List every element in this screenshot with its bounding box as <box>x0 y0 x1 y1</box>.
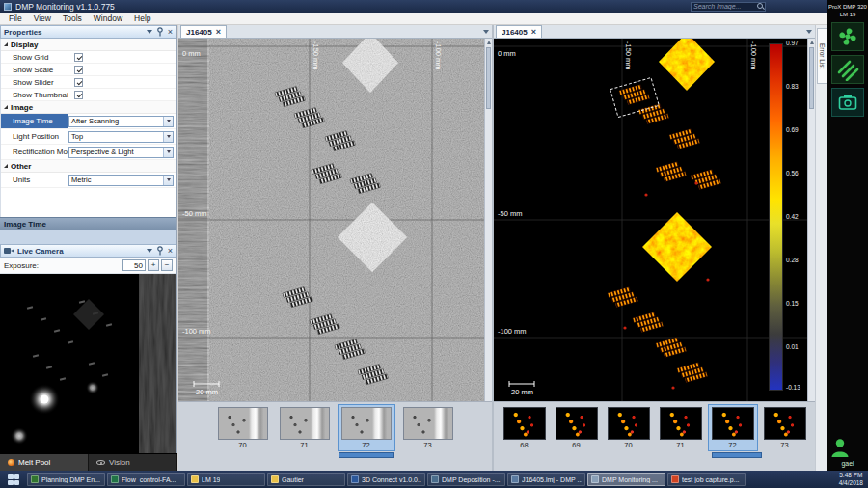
scrollbar-thumb[interactable] <box>486 47 491 109</box>
svg-text:-100 mm: -100 mm <box>749 41 758 70</box>
menu-tools[interactable]: Tools <box>57 13 88 24</box>
system-clock[interactable]: 5:48 PM 4/4/2018 <box>839 472 863 488</box>
center-tab-j16405[interactable]: J16405 <box>180 25 227 38</box>
show-grid-checkbox[interactable] <box>74 53 83 62</box>
thumbnail-cell-70[interactable]: 70 <box>215 405 271 450</box>
menu-view[interactable]: View <box>28 13 57 24</box>
light-position-dropdown[interactable]: Top <box>68 131 174 143</box>
exposure-decrease-button[interactable]: − <box>161 259 173 271</box>
pin-icon[interactable] <box>156 246 164 256</box>
search-input[interactable] <box>692 3 756 10</box>
right-tab-j16405[interactable]: J16405 <box>496 25 542 38</box>
tab-list-chevron-icon[interactable] <box>806 30 812 34</box>
thumbnail-image[interactable] <box>341 407 392 440</box>
layer-slider[interactable] <box>339 452 394 458</box>
thumbnail-cell-73[interactable]: 73 <box>761 405 809 450</box>
vertical-scrollbar[interactable] <box>484 39 492 401</box>
camera-icon <box>836 92 859 113</box>
live-camera-title: Live Camera <box>17 247 144 256</box>
taskbar-app-test-job-capture[interactable]: test job capture.p... <box>667 473 746 486</box>
group-display[interactable]: Display <box>1 39 176 51</box>
thumbnail-image[interactable] <box>556 407 598 440</box>
close-icon[interactable] <box>168 247 173 255</box>
exposure-value-field[interactable]: 50 <box>122 259 146 271</box>
group-image[interactable]: Image <box>1 101 176 114</box>
thumbnail-image[interactable] <box>280 407 330 440</box>
tab-melt-pool[interactable]: Melt Pool <box>0 454 89 471</box>
thumbnail-cell-70[interactable]: 70 <box>605 405 653 450</box>
units-dropdown[interactable]: Metric <box>68 175 174 186</box>
search-icon[interactable] <box>756 2 765 11</box>
scrollbar-thumb[interactable] <box>809 47 814 109</box>
dropdown-arrow-icon[interactable] <box>163 132 173 142</box>
thumbnail-cell-72-selected[interactable]: 72 <box>709 405 757 450</box>
taskbar-app-planning[interactable]: Planning DMP En... <box>27 473 105 486</box>
thumbnail-cell-73[interactable]: 73 <box>400 405 456 450</box>
prop-label-light-position: Light Position <box>1 129 68 144</box>
taskbar-app-j16405[interactable]: J16405.lmj - DMP ... <box>507 473 585 486</box>
thumbnail-image[interactable] <box>660 407 702 440</box>
panel-menu-icon[interactable] <box>147 30 152 34</box>
thumbnail-image[interactable] <box>712 407 754 440</box>
show-scale-checkbox[interactable] <box>74 66 83 74</box>
vertical-scrollbar[interactable] <box>807 39 815 401</box>
taskbar-app-dmp-monitoring-active[interactable]: DMP Monitoring ... <box>587 473 665 486</box>
center-canvas[interactable]: 0 mm -50 mm -100 mm -150 mm -100 mm 20 m… <box>178 39 492 401</box>
tab-close-icon[interactable] <box>216 28 221 36</box>
dropdown-arrow-icon[interactable] <box>163 176 173 185</box>
thumbnail-image[interactable] <box>764 407 806 440</box>
image-time-dropdown[interactable]: After Scanning <box>68 116 174 127</box>
dropdown-arrow-icon[interactable] <box>163 117 173 126</box>
taskbar-app-lm19[interactable]: LM 19 <box>187 473 265 486</box>
clock-date: 4/4/2018 <box>839 479 863 487</box>
taskbar-app-3d-connect[interactable]: 3D Connect v1.0.0... <box>347 473 425 486</box>
svg-text:-100 mm: -100 mm <box>434 41 443 70</box>
layer-status-button[interactable] <box>831 55 864 84</box>
thumbnail-cell-72-selected[interactable]: 72 <box>339 405 394 450</box>
dropdown-arrow-icon[interactable] <box>163 148 173 157</box>
taskbar-app-gautier[interactable]: Gautier <box>267 473 345 486</box>
error-list-tab[interactable]: Error List <box>817 28 827 84</box>
prop-label-show-grid: Show Grid <box>1 51 68 63</box>
thumbnail-image[interactable] <box>403 407 453 440</box>
group-other[interactable]: Other <box>1 160 176 173</box>
panel-menu-icon[interactable] <box>147 249 152 253</box>
menu-help[interactable]: Help <box>128 13 156 24</box>
right-canvas[interactable]: 0 mm -50 mm -100 mm -150 mm -100 mm 20 m… <box>494 39 815 401</box>
center-tab-label: J16405 <box>186 28 212 37</box>
thumbnail-image[interactable] <box>503 407 546 440</box>
windows-flag-icon <box>8 474 19 485</box>
pin-icon[interactable] <box>156 27 164 37</box>
thumbnail-image[interactable] <box>608 407 650 440</box>
thumbnail-cell-71[interactable]: 71 <box>657 405 705 450</box>
user-button[interactable]: gael <box>827 436 868 467</box>
gas-flow-status-button[interactable] <box>831 22 864 51</box>
show-thumbnails-checkbox[interactable] <box>74 91 83 99</box>
exposure-increase-button[interactable]: + <box>148 259 159 271</box>
tab-melt-pool-label: Melt Pool <box>18 458 50 467</box>
rectification-mode-dropdown[interactable]: Perspective & Light <box>68 147 174 158</box>
tab-vision[interactable]: Vision <box>89 454 177 471</box>
live-camera-view <box>0 274 176 453</box>
tab-close-icon[interactable] <box>531 28 536 36</box>
menu-window[interactable]: Window <box>88 13 128 24</box>
taskbar-app-dmp-deposition[interactable]: DMP Deposition -... <box>427 473 505 486</box>
thumbnail-cell-68[interactable]: 68 <box>501 405 549 450</box>
camera-status-button[interactable] <box>831 88 864 117</box>
live-camera-titlebar: Live Camera <box>0 244 176 258</box>
close-icon[interactable] <box>168 28 173 36</box>
scan-image-thermal[interactable]: 0 mm -50 mm -100 mm -150 mm -100 mm 20 m… <box>494 39 807 401</box>
taskbar-app-flow-control[interactable]: Flow_control-FA... <box>107 473 185 486</box>
thumbnail-cell-71[interactable]: 71 <box>277 405 333 450</box>
clock-time: 5:48 PM <box>839 472 863 479</box>
collapse-icon <box>4 164 8 168</box>
menu-file[interactable]: File <box>3 13 28 24</box>
start-button[interactable] <box>2 472 25 487</box>
scan-image-grayscale[interactable]: 0 mm -50 mm -100 mm -150 mm -100 mm 20 m… <box>178 39 484 401</box>
layer-slider[interactable] <box>712 452 762 458</box>
tab-list-chevron-icon[interactable] <box>483 30 489 34</box>
show-slider-checkbox[interactable] <box>74 78 83 87</box>
search-box[interactable] <box>691 2 766 12</box>
thumbnail-cell-69[interactable]: 69 <box>553 405 601 450</box>
thumbnail-image[interactable] <box>218 407 268 440</box>
